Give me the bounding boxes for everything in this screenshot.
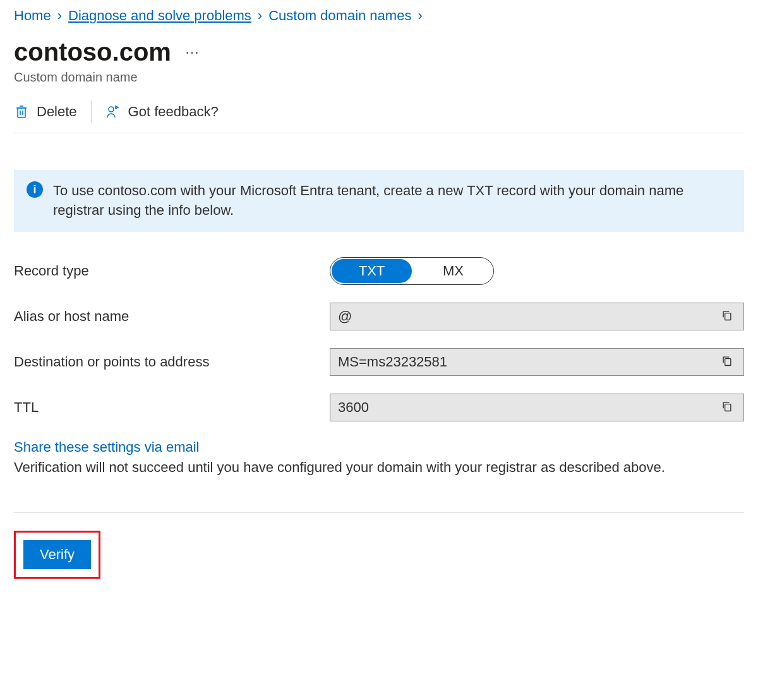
alias-field: @ — [330, 303, 744, 330]
record-type-txt[interactable]: TXT — [332, 259, 412, 283]
ttl-value: 3600 — [338, 399, 718, 416]
info-banner: i To use contoso.com with your Microsoft… — [14, 170, 744, 232]
delete-label: Delete — [37, 104, 77, 120]
svg-point-1 — [109, 107, 114, 112]
svg-rect-3 — [725, 359, 731, 366]
copy-icon — [721, 406, 733, 415]
svg-rect-0 — [18, 108, 25, 118]
more-actions-button[interactable]: ⋯ — [185, 44, 200, 61]
record-type-toggle[interactable]: TXT MX — [330, 257, 494, 285]
copy-destination-button[interactable] — [718, 354, 736, 370]
feedback-button[interactable]: Got feedback? — [105, 104, 219, 120]
alias-label: Alias or host name — [14, 308, 330, 325]
record-type-label: Record type — [14, 263, 330, 279]
share-settings-link[interactable]: Share these settings via email — [14, 439, 744, 456]
footer-separator — [14, 512, 744, 513]
page-title: contoso.com — [14, 38, 171, 66]
destination-field: MS=ms23232581 — [330, 348, 744, 376]
alias-value: @ — [338, 308, 718, 325]
toolbar: Delete Got feedback? — [14, 101, 744, 133]
trash-icon — [14, 104, 29, 119]
ttl-label: TTL — [14, 399, 330, 416]
page-subtitle: Custom domain name — [14, 70, 744, 85]
svg-rect-2 — [725, 313, 731, 320]
copy-alias-button[interactable] — [718, 308, 736, 324]
record-type-mx[interactable]: MX — [413, 258, 493, 284]
breadcrumb-custom-domains[interactable]: Custom domain names — [268, 8, 411, 24]
delete-button[interactable]: Delete — [14, 104, 77, 120]
verify-button[interactable]: Verify — [23, 540, 91, 569]
info-icon: i — [27, 181, 43, 198]
ttl-field: 3600 — [330, 394, 744, 421]
info-text: To use contoso.com with your Microsoft E… — [53, 181, 731, 220]
verify-note: Verification will not succeed until you … — [14, 458, 744, 478]
feedback-icon — [105, 104, 121, 119]
svg-rect-4 — [725, 404, 731, 411]
copy-ttl-button[interactable] — [718, 399, 736, 415]
destination-value: MS=ms23232581 — [338, 354, 718, 370]
chevron-right-icon: › — [57, 8, 62, 24]
breadcrumb: Home › Diagnose and solve problems › Cus… — [14, 8, 744, 24]
verify-highlight: Verify — [14, 531, 100, 579]
breadcrumb-diagnose[interactable]: Diagnose and solve problems — [68, 8, 251, 24]
toolbar-separator — [91, 101, 92, 123]
feedback-label: Got feedback? — [128, 104, 219, 120]
breadcrumb-home[interactable]: Home — [14, 8, 51, 24]
chevron-right-icon: › — [258, 8, 262, 24]
copy-icon — [721, 315, 733, 324]
chevron-right-icon: › — [418, 8, 422, 24]
destination-label: Destination or points to address — [14, 354, 330, 370]
copy-icon — [721, 360, 733, 370]
